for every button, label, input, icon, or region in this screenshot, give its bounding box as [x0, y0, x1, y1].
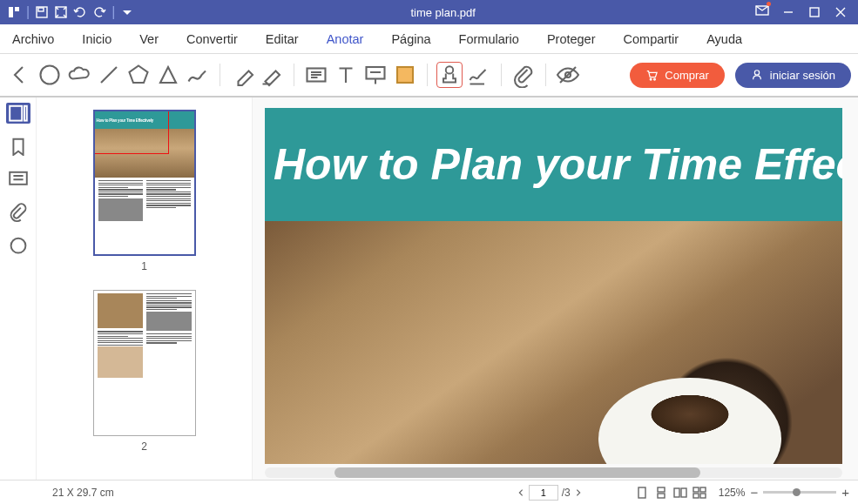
- page-total: /3: [562, 487, 571, 499]
- menu-formulario[interactable]: Formulario: [445, 32, 533, 46]
- svg-rect-27: [693, 494, 699, 498]
- window-controls: [745, 3, 858, 21]
- highlight-area-icon[interactable]: [392, 62, 418, 88]
- hide-annotations-icon[interactable]: [555, 62, 581, 88]
- svg-point-19: [10, 239, 25, 253]
- title-bar: | | time plan.pdf: [0, 0, 858, 24]
- svg-point-15: [754, 71, 759, 75]
- doc-banner-text: How to Plan your Time Effectivel: [274, 139, 842, 190]
- svg-rect-28: [700, 494, 706, 498]
- thumbnails-panel-icon[interactable]: [6, 103, 30, 124]
- buy-button[interactable]: Comprar: [630, 63, 725, 88]
- maximize-icon[interactable]: [807, 5, 821, 19]
- quick-access: | |: [0, 4, 141, 20]
- menu-editar[interactable]: Editar: [252, 32, 313, 46]
- page-input[interactable]: [529, 485, 558, 501]
- login-button[interactable]: iniciar sesión: [735, 63, 851, 88]
- pager: /3: [517, 485, 583, 501]
- window-title: time plan.pdf: [141, 6, 745, 19]
- two-page-icon[interactable]: [673, 487, 687, 499]
- menu-bar: Archivo Inicio Ver Convertir Editar Anot…: [0, 24, 858, 54]
- thumbnail-page-2[interactable]: [93, 290, 196, 436]
- redo-icon[interactable]: [92, 5, 106, 19]
- page-dimensions: 21 X 29.7 cm: [9, 487, 253, 499]
- attachments-panel-icon[interactable]: [6, 202, 30, 223]
- left-rail: [0, 97, 37, 480]
- cloud-shape-icon[interactable]: [66, 62, 92, 88]
- thumbnails-panel[interactable]: How to Plan your Time Effectively 1 2: [37, 97, 253, 480]
- notifications-icon[interactable]: [755, 3, 769, 21]
- fit-icon[interactable]: [54, 5, 68, 19]
- svg-rect-23: [674, 488, 679, 497]
- qa-sep2: |: [111, 4, 115, 20]
- dropdown-icon[interactable]: [120, 5, 134, 19]
- zoom-level: 125%: [719, 487, 746, 499]
- menu-ver[interactable]: Ver: [125, 32, 172, 46]
- svg-point-11: [446, 66, 453, 73]
- eraser-icon[interactable]: [229, 62, 255, 88]
- chat-panel-icon[interactable]: [6, 235, 30, 256]
- qa-sep: |: [26, 4, 30, 20]
- svg-rect-26: [700, 487, 706, 492]
- svg-rect-6: [810, 8, 819, 17]
- callout-icon[interactable]: [362, 62, 388, 88]
- main-view: How to Plan your Time Effectivel: [253, 97, 858, 480]
- svg-rect-3: [38, 8, 44, 11]
- doc-hero-image: [265, 221, 842, 464]
- thumbnail-page-1[interactable]: How to Plan your Time Effectively: [93, 110, 196, 256]
- eraser2-icon[interactable]: [259, 62, 285, 88]
- svg-point-13: [651, 78, 652, 80]
- zoom-slider[interactable]: [763, 491, 836, 494]
- svg-rect-10: [397, 67, 413, 83]
- svg-rect-25: [693, 487, 699, 492]
- undo-icon[interactable]: [73, 5, 87, 19]
- bookmarks-panel-icon[interactable]: [6, 136, 30, 157]
- prev-page-icon[interactable]: [517, 488, 525, 497]
- menu-ayuda[interactable]: Ayuda: [692, 32, 756, 46]
- stamp-icon[interactable]: [436, 62, 463, 88]
- svg-rect-24: [681, 488, 686, 497]
- polygon-shape-icon[interactable]: [125, 62, 152, 88]
- buy-label: Comprar: [665, 69, 709, 82]
- freehand-icon[interactable]: [185, 62, 211, 88]
- line-shape-icon[interactable]: [96, 62, 122, 88]
- svg-rect-16: [10, 106, 22, 121]
- menu-compartir[interactable]: Compartir: [610, 32, 693, 46]
- text-tool-icon[interactable]: [333, 62, 359, 88]
- horizontal-scrollbar[interactable]: [265, 467, 842, 478]
- svg-point-7: [41, 66, 59, 84]
- annotate-toolbar: Comprar iniciar sesión: [0, 54, 858, 97]
- text-box-icon[interactable]: [303, 62, 329, 88]
- save-icon[interactable]: [35, 5, 49, 19]
- comments-panel-icon[interactable]: [6, 169, 30, 190]
- status-bar: 21 X 29.7 cm /3 125% − +: [0, 480, 858, 504]
- svg-rect-21: [658, 487, 665, 492]
- thumb1-label: 1: [141, 260, 147, 272]
- signature-icon[interactable]: [466, 62, 492, 88]
- svg-point-14: [654, 78, 656, 80]
- menu-pagina[interactable]: Página: [377, 32, 444, 46]
- circle-shape-icon[interactable]: [37, 62, 63, 88]
- single-page-icon[interactable]: [635, 487, 649, 499]
- view-mode-icons: [635, 487, 706, 499]
- svg-rect-18: [10, 172, 27, 185]
- doc-banner: How to Plan your Time Effectivel: [265, 108, 842, 221]
- two-continuous-icon[interactable]: [692, 487, 706, 499]
- zoom-in-icon[interactable]: +: [841, 485, 849, 500]
- menu-convertir[interactable]: Convertir: [172, 32, 252, 46]
- close-icon[interactable]: [834, 5, 848, 19]
- svg-rect-22: [658, 494, 665, 498]
- menu-inicio[interactable]: Inicio: [68, 32, 125, 46]
- triangle-shape-icon[interactable]: [155, 62, 181, 88]
- zoom-out-icon[interactable]: −: [750, 485, 758, 500]
- back-icon[interactable]: [7, 62, 33, 88]
- minimize-icon[interactable]: [781, 5, 795, 19]
- menu-archivo[interactable]: Archivo: [0, 32, 68, 46]
- menu-anotar[interactable]: Anotar: [313, 32, 378, 46]
- attachment-icon[interactable]: [510, 62, 537, 88]
- continuous-icon[interactable]: [654, 487, 668, 499]
- menu-proteger[interactable]: Proteger: [533, 32, 610, 46]
- login-label: iniciar sesión: [770, 69, 835, 82]
- next-page-icon[interactable]: [574, 488, 583, 497]
- document-canvas[interactable]: How to Plan your Time Effectivel: [265, 108, 842, 464]
